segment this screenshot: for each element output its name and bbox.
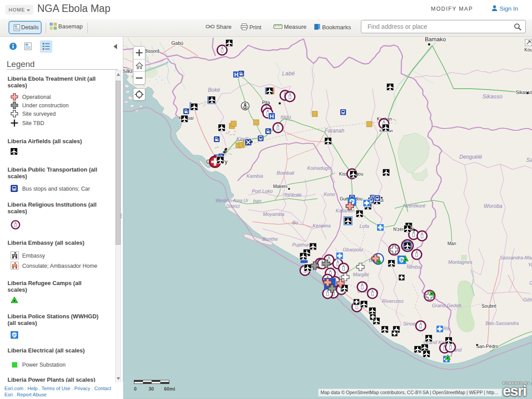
svg-text:Sassandra-Marahoué: Sassandra-Marahoué	[500, 255, 532, 260]
svg-text:Bas-Sassandra: Bas-Sassandra	[485, 321, 519, 326]
svg-text:Pujehun: Pujehun	[292, 242, 310, 247]
svg-text:Bo: Bo	[292, 220, 298, 225]
svg-text:Yam: Yam	[528, 262, 532, 267]
svg-text:Makeni: Makeni	[273, 184, 287, 189]
svg-text:Western Area Ur: Western Area Ur	[215, 198, 249, 203]
svg-text:H: H	[234, 71, 238, 78]
svg-text:ban: ban	[253, 198, 261, 203]
svg-text:Rivercess: Rivercess	[382, 298, 404, 304]
svg-text:Riv: Riv	[443, 326, 451, 331]
svg-text:Gabú: Gabú	[172, 40, 184, 46]
svg-text:Koinadugu: Koinadugu	[307, 165, 331, 171]
svg-text:Bombali: Bombali	[277, 170, 294, 176]
svg-text:Gbarpolu: Gbarpolu	[343, 247, 363, 252]
svg-text:Woroba: Woroba	[484, 203, 502, 209]
svg-text:Bissorã: Bissorã	[145, 49, 160, 54]
svg-text:Kono: Kono	[324, 192, 335, 197]
svg-text:mou: mou	[281, 114, 291, 120]
svg-text:Lofa: Lofa	[360, 223, 369, 229]
svg-text:Labé: Labé	[282, 70, 295, 77]
svg-text:Boké: Boké	[208, 87, 220, 93]
svg-text:P: P	[13, 333, 16, 337]
svg-text:Man: Man	[447, 241, 456, 246]
svg-text:Montagnes: Montagnes	[448, 259, 473, 265]
svg-text:Savar: Savar	[526, 157, 532, 163]
svg-text:Faranah: Faranah	[325, 128, 344, 134]
svg-text:Sikasso: Sikasso	[516, 90, 532, 95]
svg-text:O: O	[529, 281, 532, 286]
svg-text:Kailahun: Kailahun	[336, 208, 355, 213]
svg-text:Kenema: Kenema	[313, 223, 331, 228]
svg-text:Kou: Kou	[524, 47, 532, 52]
svg-text:District: District	[226, 204, 240, 209]
svg-text:sau: sau	[123, 67, 133, 74]
svg-text:Sinoe: Sinoe	[403, 321, 415, 326]
svg-text:Moyamba: Moyamba	[263, 211, 284, 217]
svg-text:Sikasso: Sikasso	[482, 93, 503, 100]
svg-text:Nimba: Nimba	[407, 264, 421, 270]
svg-text:H: H	[270, 113, 274, 120]
svg-text:Nzérékoré: Nzérékoré	[403, 203, 426, 208]
svg-text:Kambia: Kambia	[246, 173, 263, 179]
svg-text:Grand Gedeh: Grand Gedeh	[432, 303, 462, 308]
svg-text:Soubré: Soubré	[481, 303, 497, 309]
svg-text:San-Pédro: San-Pédro	[476, 344, 498, 349]
svg-text:Tonkolili: Tonkolili	[284, 192, 301, 198]
svg-text:Denguélé: Denguélé	[459, 154, 482, 160]
svg-text:Bonthe: Bonthe	[262, 236, 278, 242]
svg-text:Port Loko: Port Loko	[252, 188, 273, 194]
svg-text:Gôh-Djib: Gôh-Djib	[523, 297, 532, 302]
svg-text:Bamako: Bamako	[425, 37, 446, 43]
svg-text:Margibi: Margibi	[353, 272, 369, 277]
